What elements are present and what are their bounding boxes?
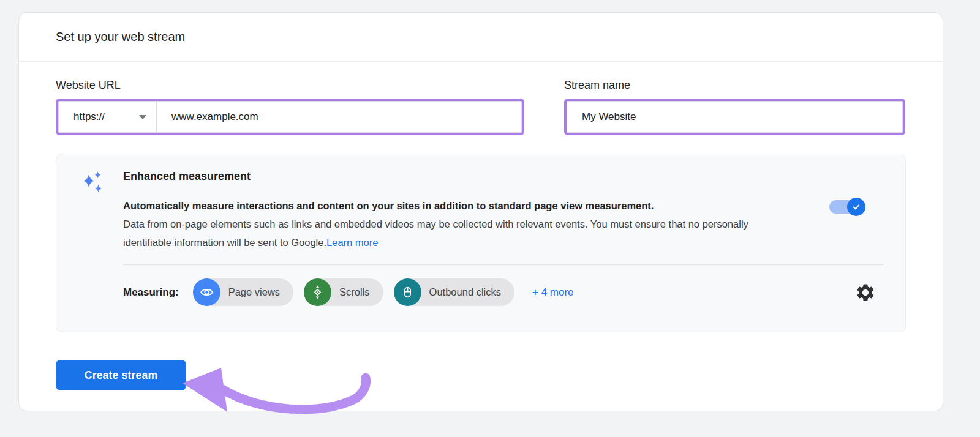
stream-name-highlight: My Website xyxy=(564,99,905,135)
stream-form-row: Website URL https:// www.example.com Str… xyxy=(19,79,943,135)
chip-outbound-clicks[interactable]: Outbound clicks xyxy=(394,278,514,306)
more-events-link[interactable]: + 4 more xyxy=(532,286,574,299)
measuring-row: Measuring: Page views xyxy=(123,278,883,306)
measuring-label: Measuring: xyxy=(123,286,179,299)
learn-more-link[interactable]: Learn more xyxy=(326,237,378,248)
toggle-knob xyxy=(847,198,865,216)
checkmark-icon xyxy=(851,201,862,212)
scroll-icon xyxy=(304,278,331,306)
website-url-field-group: Website URL https:// www.example.com xyxy=(56,79,524,135)
stream-name-input[interactable]: My Website xyxy=(567,102,902,132)
enhanced-measurement-description: Automatically measure interactions and c… xyxy=(123,196,883,252)
description-bold-text: Automatically measure interactions and c… xyxy=(123,196,755,215)
protocol-dropdown[interactable]: https:// xyxy=(59,102,157,132)
page-title: Set up your web stream xyxy=(56,30,185,44)
eye-icon xyxy=(193,278,221,306)
setup-web-stream-card: Set up your web stream Website URL https… xyxy=(18,12,943,411)
chip-label: Page views xyxy=(221,286,293,298)
chip-label: Scrolls xyxy=(331,286,383,298)
annotation-arrow xyxy=(178,363,380,424)
description-text: Data from on-page elements such as links… xyxy=(123,219,748,248)
website-url-label: Website URL xyxy=(56,79,524,92)
website-url-highlight: https:// www.example.com xyxy=(56,99,524,135)
enhanced-measurement-title: Enhanced measurement xyxy=(123,170,883,183)
gear-icon[interactable] xyxy=(855,282,876,303)
stream-name-field-group: Stream name My Website xyxy=(564,79,905,135)
mouse-icon xyxy=(394,278,421,306)
chip-scrolls[interactable]: Scrolls xyxy=(304,278,383,306)
website-url-input[interactable]: www.example.com xyxy=(157,102,521,132)
chip-page-views[interactable]: Page views xyxy=(193,278,293,306)
stream-name-label: Stream name xyxy=(564,79,905,92)
enhanced-measurement-toggle[interactable] xyxy=(829,200,864,214)
chip-label: Outbound clicks xyxy=(421,286,514,298)
protocol-value: https:// xyxy=(74,111,139,123)
panel-divider xyxy=(123,264,883,265)
sparkle-icon xyxy=(81,170,104,196)
chevron-down-icon xyxy=(139,115,146,119)
create-stream-button[interactable]: Create stream xyxy=(56,360,186,390)
enhanced-measurement-panel: Enhanced measurement Automatically measu… xyxy=(56,154,906,332)
card-header: Set up your web stream xyxy=(19,13,943,62)
